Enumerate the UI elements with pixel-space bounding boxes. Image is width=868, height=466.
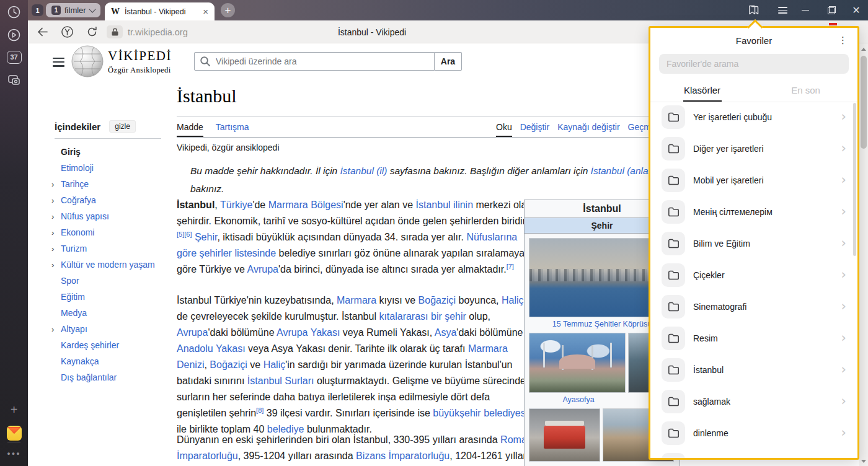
toc-item[interactable]: Medya: [51, 305, 179, 321]
toc-label[interactable]: Medya: [61, 308, 87, 318]
toc-item[interactable]: ›Tarihçe: [51, 176, 179, 192]
url-text[interactable]: tr.wikipedia.org: [128, 20, 188, 43]
reference-link[interactable]: [7]: [507, 263, 514, 270]
favorites-folder-item[interactable]: Sinematografi›: [650, 291, 857, 322]
wiki-link[interactable]: Anadolu Yakası: [177, 343, 246, 354]
toc-label[interactable]: Altyapı: [61, 324, 87, 334]
toc-label[interactable]: Turizm: [61, 244, 87, 253]
tab-klasorler[interactable]: Klasörler: [650, 80, 754, 102]
page-scrollbar[interactable]: [859, 43, 868, 466]
toc-label[interactable]: Spor: [61, 276, 79, 286]
kebab-menu-icon[interactable]: ⋮: [838, 35, 848, 46]
toc-item[interactable]: ›Coğrafya: [51, 192, 179, 208]
player-icon[interactable]: [0, 25, 28, 45]
favorites-folder-item[interactable]: Resim›: [650, 322, 857, 354]
screenshot-icon[interactable]: [0, 70, 28, 90]
favorites-folder-item[interactable]: sağlamak›: [650, 385, 857, 417]
favorites-folder-item[interactable]: İstanbul›: [650, 354, 857, 385]
wiki-link[interactable]: İstanbul Surları: [247, 376, 314, 386]
close-window-button[interactable]: ✕: [848, 0, 865, 20]
toc-hide-button[interactable]: gizle: [109, 120, 136, 133]
wiki-search-input[interactable]: [194, 52, 435, 71]
active-tab[interactable]: W İstanbul - Vikipedi ×: [105, 2, 215, 20]
tab-oku[interactable]: Oku: [496, 122, 512, 137]
more-icon[interactable]: ●●●: [0, 444, 28, 464]
chevron-right-icon[interactable]: ›: [51, 228, 61, 237]
chevron-right-icon[interactable]: ›: [51, 260, 61, 270]
wiki-link[interactable]: Boğaziçi: [418, 295, 456, 306]
reference-link[interactable]: [5]: [177, 231, 184, 238]
wiki-link[interactable]: Avrupa: [247, 264, 278, 275]
wiki-link[interactable]: Bizans İmparatorluğu: [356, 451, 450, 461]
favorites-folder-item[interactable]: Менің сілтемелерім›: [650, 196, 857, 227]
favorites-folder-item[interactable]: Diğer yer işaretleri›: [650, 133, 857, 164]
toc-item[interactable]: ›Ekonomi: [51, 224, 179, 240]
yandex-protect-icon[interactable]: [59, 20, 75, 43]
toc-label[interactable]: Dış bağlantılar: [61, 372, 117, 382]
toc-item[interactable]: ›Turizm: [51, 240, 179, 257]
wiki-link[interactable]: Avrupa Yakası: [277, 327, 340, 338]
maximize-restore-button[interactable]: [823, 0, 840, 20]
scrollbar-thumb[interactable]: [861, 56, 867, 149]
photo-caption-ayasofya[interactable]: Ayasofya: [529, 393, 628, 405]
wiki-link[interactable]: Haliç: [502, 295, 524, 306]
chevron-right-icon[interactable]: ›: [51, 325, 61, 334]
toc-label[interactable]: Tarihçe: [61, 179, 89, 189]
wiki-link[interactable]: İstanbul ilinin: [416, 200, 474, 210]
site-security-badge[interactable]: [107, 25, 123, 38]
toc-item[interactable]: Giriş: [51, 144, 179, 160]
tab-degistir[interactable]: Değiştir: [520, 122, 549, 137]
toc-item[interactable]: ›Kültür ve modern yaşam: [51, 257, 179, 273]
panels-bookmark-icon[interactable]: [744, 0, 764, 20]
back-button[interactable]: [34, 20, 50, 43]
toc-item[interactable]: Kaynakça: [51, 353, 179, 369]
chevron-right-icon[interactable]: ›: [51, 212, 61, 221]
toc-label[interactable]: Etimoloji: [61, 163, 94, 173]
favorites-folder-item[interactable]: Bilim ve Eğitim›: [650, 227, 857, 259]
toc-item[interactable]: Dış bağlantılar: [51, 369, 179, 385]
chevron-right-icon[interactable]: ›: [51, 244, 61, 253]
toc-label[interactable]: Ekonomi: [61, 227, 94, 237]
wiki-link[interactable]: Asya: [435, 327, 457, 338]
toc-item[interactable]: Kardeş şehirler: [51, 337, 179, 353]
panel-scrollbar-thumb[interactable]: [853, 103, 856, 256]
wikipedia-logo[interactable]: [71, 45, 104, 77]
toc-label[interactable]: Giriş: [61, 147, 81, 157]
favorites-search-input[interactable]: [659, 54, 849, 74]
favorites-folder-item[interactable]: Mobil yer işaretleri›: [650, 164, 857, 196]
scroll-up-arrow[interactable]: [861, 48, 866, 51]
wiki-link[interactable]: büyükşehir belediyesi: [433, 408, 528, 418]
wiki-link[interactable]: Haliç: [264, 359, 286, 370]
toc-item[interactable]: ›Nüfus yapısı: [51, 208, 179, 224]
favorites-folder-item[interactable]: ›: [650, 449, 857, 458]
toc-label[interactable]: Kaynakça: [61, 356, 99, 366]
chevron-right-icon[interactable]: ›: [51, 180, 61, 189]
wiki-link[interactable]: Marmara Bölgesi: [268, 200, 343, 210]
scroll-down-arrow[interactable]: [861, 460, 866, 463]
infobox-photo-ayasofya[interactable]: [529, 333, 626, 393]
toc-label[interactable]: Kültür ve modern yaşam: [61, 260, 155, 270]
wiki-link[interactable]: Boğaziçi: [210, 359, 247, 370]
tab-close-icon[interactable]: ×: [203, 7, 208, 16]
minimize-button[interactable]: [797, 0, 814, 20]
toc-label[interactable]: Coğrafya: [61, 195, 96, 205]
tab-kaynagi-degistir[interactable]: Kaynağı değiştir: [557, 122, 619, 137]
new-tab-button[interactable]: +: [221, 3, 235, 17]
reference-link[interactable]: [6]: [184, 231, 192, 238]
tab-en-son[interactable]: En son: [754, 80, 857, 102]
wiki-menu-icon[interactable]: [53, 58, 64, 67]
tab-tartisma[interactable]: Tartışma: [216, 122, 249, 137]
wiki-link[interactable]: Şehir: [195, 232, 217, 242]
pinned-tab-badge[interactable]: 1: [32, 4, 43, 16]
chevron-right-icon[interactable]: ›: [51, 196, 61, 205]
history-icon[interactable]: [0, 2, 28, 22]
wiki-link[interactable]: kıtalararası bir şehir: [379, 311, 466, 322]
wiki-link[interactable]: Avrupa: [177, 327, 208, 338]
favorites-folder-item[interactable]: dinlenme›: [650, 417, 857, 449]
toc-item[interactable]: Spor: [51, 273, 179, 289]
infobox-photo-tram[interactable]: [529, 408, 600, 462]
toc-label[interactable]: Nüfus yapısı: [61, 211, 109, 221]
toc-label[interactable]: Kardeş şehirler: [61, 340, 119, 350]
wiki-search-button[interactable]: Ara: [435, 52, 462, 71]
tabs-counter-button[interactable]: 37: [0, 47, 28, 67]
